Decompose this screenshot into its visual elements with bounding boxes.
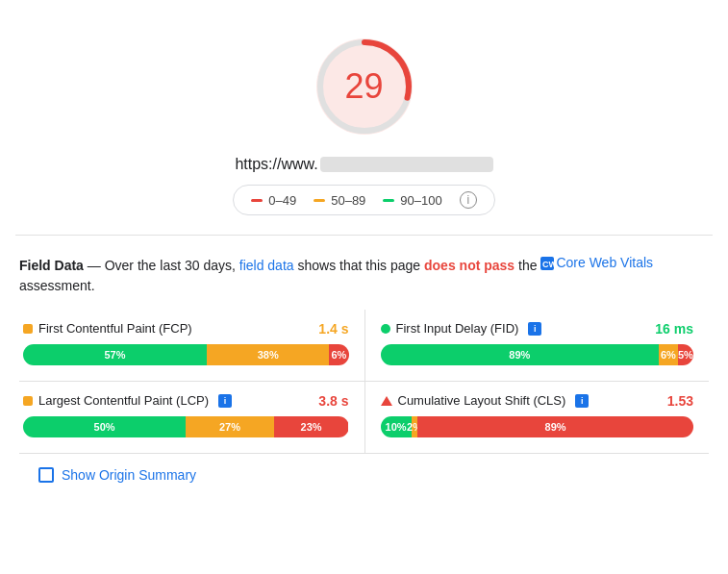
field-data-link[interactable]: field data bbox=[239, 256, 294, 276]
fid-info-badge: i bbox=[528, 322, 541, 336]
fcp-icon bbox=[23, 324, 33, 334]
legend-label-50-89: 50–89 bbox=[331, 193, 365, 208]
show-origin-row[interactable]: Show Origin Summary bbox=[19, 454, 709, 496]
url-prefix: https://www. bbox=[235, 156, 317, 173]
metric-fcp-title: First Contentful Paint (FCP) bbox=[23, 321, 192, 336]
legend-item-50-89: 50–89 bbox=[314, 193, 365, 208]
cls-value: 1.53 bbox=[667, 393, 693, 409]
fid-progress-bar: 89% 6% 5% bbox=[381, 344, 694, 365]
metric-fid-title: First Input Delay (FID) i bbox=[381, 321, 542, 336]
show-origin-label[interactable]: Show Origin Summary bbox=[62, 467, 196, 483]
lcp-progress-bar: 50% 27% 23% bbox=[23, 416, 349, 437]
score-legend: 0–49 50–89 90–100 i bbox=[233, 185, 494, 215]
fcp-value: 1.4 s bbox=[318, 321, 348, 337]
score-section: 29 https://www. 0–49 50–89 90–100 i bbox=[0, 0, 728, 235]
legend-dot-orange bbox=[314, 199, 325, 202]
lcp-value: 3.8 s bbox=[318, 393, 348, 409]
fid-value: 16 ms bbox=[655, 321, 693, 337]
legend-item-0-49: 0–49 bbox=[251, 193, 296, 208]
svg-text:CW: CW bbox=[542, 260, 554, 269]
fid-icon bbox=[381, 324, 390, 334]
lcp-info-badge: i bbox=[218, 394, 232, 408]
url-blurred bbox=[320, 157, 493, 172]
fcp-bar-orange: 38% bbox=[207, 344, 329, 365]
metrics-grid: First Contentful Paint (FCP) 1.4 s 57% 3… bbox=[19, 310, 709, 454]
core-web-icon: CW bbox=[540, 257, 554, 270]
legend-dot-green bbox=[383, 199, 394, 202]
cls-icon bbox=[381, 396, 392, 406]
legend-item-90-100: 90–100 bbox=[383, 193, 441, 208]
field-data-desc-start: — Over the last 30 days, bbox=[84, 258, 239, 273]
lcp-bar-orange: 27% bbox=[186, 416, 273, 437]
lcp-bar-red: 23% bbox=[274, 416, 349, 437]
cls-progress-bar: 10% 2% 89% bbox=[381, 416, 694, 437]
field-data-title: Field Data bbox=[19, 258, 84, 273]
metric-lcp-header: Largest Contentful Paint (LCP) i 3.8 s bbox=[23, 393, 349, 409]
fid-bar-orange: 6% bbox=[659, 344, 678, 365]
show-origin-checkbox[interactable] bbox=[38, 467, 54, 483]
fid-bar-red: 5% bbox=[678, 344, 693, 365]
field-data-section: Field Data — Over the last 30 days, fiel… bbox=[0, 236, 728, 506]
field-data-desc-end: the bbox=[515, 258, 537, 273]
cls-info-badge: i bbox=[575, 394, 589, 408]
metric-fcp: First Contentful Paint (FCP) 1.4 s 57% 3… bbox=[19, 310, 364, 382]
metric-fid: First Input Delay (FID) i 16 ms 89% 6% 5… bbox=[364, 310, 710, 382]
legend-label-90-100: 90–100 bbox=[400, 193, 441, 208]
cls-bar-red: 89% bbox=[417, 416, 693, 437]
legend-label-0-49: 0–49 bbox=[268, 193, 296, 208]
field-data-header: Field Data — Over the last 30 days, fiel… bbox=[19, 253, 709, 296]
legend-dot-red bbox=[251, 199, 263, 202]
metric-cls-header: Cumulative Layout Shift (CLS) i 1.53 bbox=[381, 393, 694, 409]
fcp-progress-bar: 57% 38% 6% bbox=[23, 344, 349, 365]
field-data-desc-mid: shows that this page bbox=[294, 258, 424, 273]
metric-lcp: Largest Contentful Paint (LCP) i 3.8 s 5… bbox=[19, 382, 364, 454]
core-web-vitals-link[interactable]: CW Core Web Vitals bbox=[540, 253, 653, 273]
fcp-bar-red: 6% bbox=[329, 344, 348, 365]
metric-cls: Cumulative Layout Shift (CLS) i 1.53 10%… bbox=[364, 382, 710, 454]
lcp-icon bbox=[23, 396, 33, 406]
fcp-bar-green: 57% bbox=[23, 344, 207, 365]
metric-cls-title: Cumulative Layout Shift (CLS) i bbox=[381, 393, 590, 408]
performance-gauge: 29 bbox=[307, 29, 422, 144]
metric-lcp-title: Largest Contentful Paint (LCP) i bbox=[23, 393, 232, 408]
does-not-pass-label: does not pass bbox=[424, 258, 515, 273]
score-value: 29 bbox=[344, 66, 383, 107]
lcp-bar-green: 50% bbox=[23, 416, 186, 437]
fid-bar-green: 89% bbox=[381, 344, 660, 365]
legend-info-icon[interactable]: i bbox=[460, 191, 477, 209]
metric-fcp-header: First Contentful Paint (FCP) 1.4 s bbox=[23, 321, 349, 337]
metric-fid-header: First Input Delay (FID) i 16 ms bbox=[381, 321, 694, 337]
url-display: https://www. bbox=[235, 156, 492, 173]
